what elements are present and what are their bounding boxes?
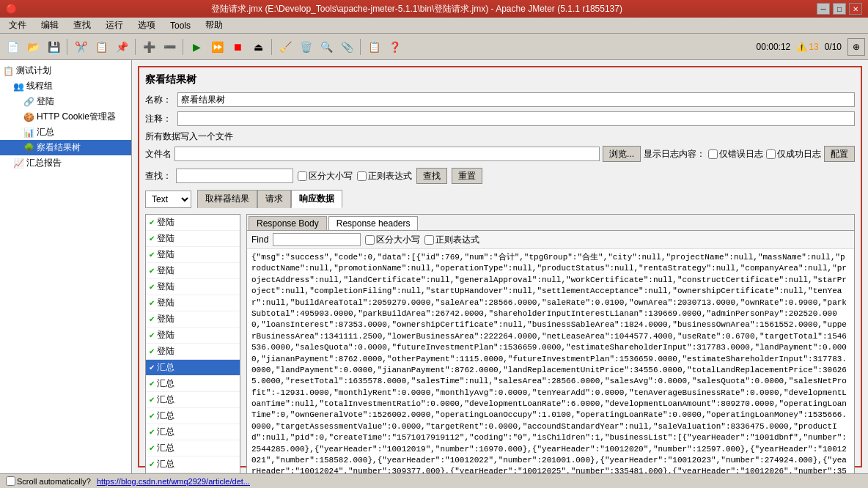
config-button[interactable]: 配置 [824, 146, 855, 162]
result-label: 汇总 [157, 377, 174, 390]
result-label: 汇总 [157, 458, 174, 470]
find-case-checkbox[interactable] [365, 235, 375, 245]
copy-button[interactable]: 📋 [92, 37, 111, 56]
content-area: ✔登陆✔登陆✔登陆✔登陆✔登陆✔登陆✔登陆✔登陆✔登陆✔汇总✔汇总✔汇总✔汇总✔… [145, 214, 855, 473]
add-button[interactable]: ➕ [139, 37, 158, 56]
tree-item-login[interactable]: 🔗登陆 [0, 94, 131, 109]
regex-label[interactable]: 正则表达式 [357, 170, 412, 182]
result-item[interactable]: ✔登陆 [146, 263, 240, 279]
result-item[interactable]: ✔汇总 [146, 408, 240, 424]
remove-button[interactable]: ➖ [160, 37, 179, 56]
menu-item-选项[interactable]: 选项 [132, 18, 161, 33]
expand-button[interactable]: ⊕ [847, 38, 865, 56]
save-button[interactable]: 💾 [44, 37, 63, 56]
result-status-icon: ✔ [149, 428, 155, 436]
shutdown-button[interactable]: ⏏ [249, 37, 268, 56]
menu-item-查找[interactable]: 查找 [67, 18, 97, 33]
view-type-select[interactable]: Text XML JSON HTML [145, 191, 191, 208]
search-input[interactable] [176, 169, 293, 183]
status-bar: Scroll automatically? https://blog.csdn.… [0, 473, 868, 488]
case-sensitive-checkbox[interactable] [298, 171, 307, 181]
reset-button[interactable]: 重置 [452, 168, 482, 184]
tree-item-http-cookie[interactable]: 🍪HTTP Cookie管理器 [0, 109, 131, 125]
comment-input[interactable] [177, 111, 855, 126]
result-item[interactable]: ✔汇总 [146, 392, 240, 408]
find-case-label[interactable]: 区分大小写 [365, 234, 420, 246]
toolbar-separator-3 [183, 39, 183, 55]
run-button[interactable]: ▶ [187, 37, 206, 56]
result-item[interactable]: ✔汇总 [146, 456, 240, 473]
clear-button[interactable]: 🧹 [276, 37, 295, 56]
tree-item-summary[interactable]: 📈汇总报告 [0, 155, 131, 171]
tab-response-data[interactable]: 响应数据 [291, 190, 342, 208]
result-item[interactable]: ✔汇总 [146, 424, 240, 440]
list-button[interactable]: 📋 [364, 37, 383, 56]
tree-icon-view-results: 🌳 [23, 143, 35, 153]
tab-response-body[interactable]: Response Body [249, 216, 327, 230]
scroll-auto-checkbox[interactable] [6, 476, 15, 486]
status-link[interactable]: https://blog.csdn.net/wmq2929/article/de… [97, 477, 250, 486]
tab-response-headers[interactable]: Response headers [328, 216, 419, 230]
result-label: 汇总 [157, 393, 174, 406]
tab-request[interactable]: 请求 [257, 190, 291, 208]
clear-all-button[interactable]: 🗑️ [296, 37, 315, 56]
maximize-button[interactable]: □ [833, 3, 846, 15]
tree-item-view-results[interactable]: 🌳察看结果树 [0, 140, 131, 155]
tree-item-test-plan[interactable]: 📋测试计划 [0, 63, 131, 78]
tab-sampler-result[interactable]: 取样器结果 [197, 190, 257, 208]
menu-item-文件[interactable]: 文件 [3, 18, 32, 33]
error-only-label[interactable]: 仅错误日志 [708, 148, 763, 160]
result-item[interactable]: ✔汇总 [146, 473, 240, 473]
tree-item-thread-group[interactable]: 👥线程组 [0, 78, 131, 94]
success-only-label[interactable]: 仅成功日志 [766, 148, 821, 160]
browse-button[interactable]: 📎 [337, 37, 356, 56]
name-input[interactable] [177, 92, 855, 107]
tree-item-aggregate[interactable]: 📊汇总 [0, 125, 131, 140]
success-only-checkbox[interactable] [766, 149, 776, 159]
menu-item-Tools[interactable]: Tools [164, 19, 196, 32]
response-content: {"msg":"success","code":0,"data":[{"id":… [247, 249, 854, 473]
results-list[interactable]: ✔登陆✔登陆✔登陆✔登陆✔登陆✔登陆✔登陆✔登陆✔登陆✔汇总✔汇总✔汇总✔汇总✔… [145, 214, 240, 473]
menu-item-运行[interactable]: 运行 [100, 18, 129, 33]
case-sensitive-label[interactable]: 区分大小写 [298, 170, 353, 182]
paste-button[interactable]: 📌 [112, 37, 131, 56]
new-button[interactable]: 📄 [3, 37, 22, 56]
result-label: 登陆 [157, 232, 174, 245]
result-item[interactable]: ✔汇总 [146, 376, 240, 392]
result-item[interactable]: ✔登陆 [146, 295, 240, 311]
error-only-checkbox[interactable] [708, 149, 718, 159]
menu-item-帮助[interactable]: 帮助 [199, 18, 229, 33]
find-regex-label[interactable]: 正则表达式 [424, 234, 479, 246]
open-button[interactable]: 📂 [23, 37, 43, 56]
tree-icon-thread-group: 👥 [13, 81, 25, 92]
find-input[interactable] [273, 233, 361, 246]
help-button[interactable]: ❓ [385, 37, 404, 56]
toolbar-separator-5 [360, 39, 361, 55]
file-input[interactable] [174, 147, 600, 161]
result-item[interactable]: ✔登陆 [146, 247, 240, 263]
cut-button[interactable]: ✂️ [71, 37, 90, 56]
regex-checkbox[interactable] [357, 171, 367, 181]
browse-file-button[interactable]: 浏览... [603, 146, 641, 162]
result-item[interactable]: ✔登陆 [146, 311, 240, 328]
minimize-button[interactable]: ─ [817, 3, 830, 15]
find-label: Find [251, 234, 268, 245]
tree-icon-test-plan: 📋 [3, 66, 15, 76]
search-button[interactable]: 🔍 [317, 37, 336, 56]
stop-button[interactable]: ⏹ [228, 37, 247, 56]
result-item[interactable]: ✔登陆 [146, 279, 240, 295]
result-status-icon: ✔ [149, 347, 155, 355]
tree-label-login: 登陆 [37, 95, 54, 108]
close-button[interactable]: ✕ [849, 3, 862, 15]
menu-item-编辑[interactable]: 编辑 [35, 18, 65, 33]
result-item[interactable]: ✔登陆 [146, 344, 240, 360]
scroll-auto-label[interactable]: Scroll automatically? [6, 476, 91, 486]
result-item[interactable]: ✔汇总 [146, 360, 240, 376]
result-item[interactable]: ✔登陆 [146, 231, 240, 247]
run-no-pause-button[interactable]: ⏩ [207, 37, 227, 56]
find-regex-checkbox[interactable] [424, 235, 434, 245]
result-item[interactable]: ✔登陆 [146, 328, 240, 344]
result-item[interactable]: ✔登陆 [146, 215, 240, 231]
result-item[interactable]: ✔汇总 [146, 440, 240, 456]
find-button[interactable]: 查找 [416, 168, 447, 184]
